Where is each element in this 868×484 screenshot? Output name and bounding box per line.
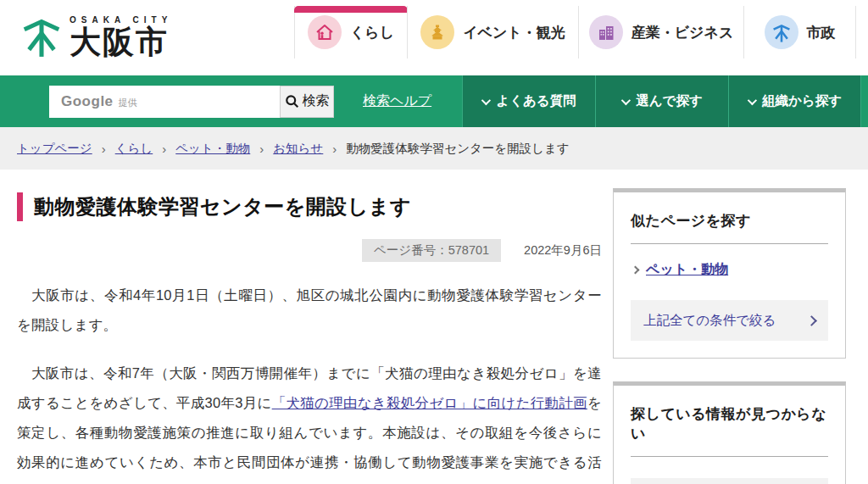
- tab-label: イベント・観光: [463, 23, 565, 42]
- buildings-icon: [589, 15, 623, 49]
- tab-event-tourism[interactable]: イベント・観光: [407, 6, 578, 58]
- menu-label: 組織から探す: [762, 92, 842, 110]
- similar-pages-box: 似たページを探す ペット・動物 上記全ての条件で絞る: [613, 188, 846, 359]
- breadcrumb: トップページ › くらし › ペット・動物 › お知らせ › 動物愛護体験学習セ…: [0, 127, 868, 170]
- tab-city-government[interactable]: 市政: [743, 6, 856, 58]
- search-input[interactable]: Google 提供: [49, 86, 280, 118]
- page: OSAKA CITY 大阪市 くらし: [0, 0, 868, 484]
- chevron-right-icon: [632, 266, 640, 275]
- chevron-down-icon: [748, 95, 757, 104]
- paragraph-1: 大阪市は、令和4年10月1日（土曜日）、旭区の城北公園内に動物愛護体験学習センタ…: [17, 281, 602, 340]
- active-tab-indicator: [294, 6, 408, 13]
- breadcrumb-link-kurashi[interactable]: くらし: [115, 141, 153, 157]
- magnifier-icon: [285, 94, 299, 108]
- title-accent-bar: [17, 192, 23, 221]
- divider: [631, 456, 828, 457]
- logo-text-en: OSAKA CITY: [70, 15, 172, 25]
- info-not-found-box: 探している情報が見つからない 情報が見つからないときは: [613, 381, 846, 484]
- breadcrumb-separator: ›: [332, 142, 337, 156]
- search-button-label: 検索: [303, 92, 330, 110]
- search-bar: Google 提供 検索 検索ヘルプ よくある質問 選んで探す 組織から探す: [0, 75, 868, 127]
- breadcrumb-link-news[interactable]: お知らせ: [273, 141, 323, 157]
- tab-label: くらし: [350, 23, 394, 42]
- article-body: 大阪市は、令和4年10月1日（土曜日）、旭区の城北公園内に動物愛護体験学習センタ…: [17, 281, 602, 484]
- tab-label: 産業・ビジネス: [632, 23, 734, 42]
- similar-pages-heading: 似たページを探す: [631, 211, 828, 231]
- breadcrumb-link-pets[interactable]: ペット・動物: [175, 141, 250, 157]
- tab-industry-business[interactable]: 産業・ビジネス: [578, 6, 743, 58]
- info-not-found-button[interactable]: 情報が見つからないときは: [631, 478, 828, 484]
- tab-label: 市政: [807, 23, 836, 42]
- article: 動物愛護体験学習センターを開設します ページ番号：578701 2022年9月6…: [17, 170, 602, 484]
- chevron-down-icon: [481, 95, 491, 104]
- menu-label: 選んで探す: [636, 92, 703, 110]
- google-provided-text: 提供: [119, 97, 137, 109]
- google-logo-text: Google: [61, 93, 114, 110]
- breadcrumb-link-home[interactable]: トップページ: [17, 141, 92, 157]
- logo-text-ja: 大阪市: [70, 26, 172, 58]
- article-date: 2022年9月6日: [524, 242, 602, 259]
- article-meta: ページ番号：578701 2022年9月6日: [17, 239, 602, 262]
- site-header: OSAKA CITY 大阪市 くらし: [0, 0, 868, 75]
- search-button[interactable]: 検索: [280, 86, 334, 118]
- house-icon: [308, 15, 342, 49]
- paragraph-2: 大阪市は、令和7年（大阪・関西万博開催年）までに「犬猫の理由なき殺処分ゼロ」を達…: [17, 359, 602, 484]
- page-number-badge: ページ番号：578701: [362, 239, 501, 262]
- breadcrumb-current: 動物愛護体験学習センターを開設します: [346, 141, 569, 157]
- chevron-down-icon: [621, 95, 631, 104]
- sidebar: 似たページを探す ペット・動物 上記全ての条件で絞る 探している情報が見つからな…: [613, 170, 846, 484]
- miotsukushi-mark-icon: [22, 15, 61, 58]
- menu-organization[interactable]: 組織から探す: [728, 75, 861, 127]
- action-plan-link[interactable]: 「犬猫の理由なき殺処分ゼロ」に向けた行動計画: [272, 395, 587, 410]
- breadcrumb-separator: ›: [162, 142, 166, 156]
- sidebar-link-pets[interactable]: ペット・動物: [646, 261, 728, 279]
- castle-icon: [420, 15, 454, 49]
- header-menu-group: よくある質問 選んで探す 組織から探す: [462, 75, 861, 127]
- breadcrumb-separator: ›: [259, 142, 264, 156]
- page-title: 動物愛護体験学習センターを開設します: [34, 193, 411, 220]
- osaka-city-logo[interactable]: OSAKA CITY 大阪市: [22, 15, 172, 58]
- menu-browse[interactable]: 選んで探す: [595, 75, 728, 127]
- info-not-found-heading: 探している情報が見つからない: [631, 404, 828, 443]
- menu-label: よくある質問: [496, 92, 576, 110]
- tab-kurashi[interactable]: くらし: [294, 6, 407, 58]
- category-tabs: くらし イベント・観光: [294, 6, 856, 58]
- menu-faq[interactable]: よくある質問: [462, 75, 595, 127]
- chevron-right-icon: [806, 315, 817, 326]
- divider: [631, 243, 828, 244]
- search-help-link[interactable]: 検索ヘルプ: [363, 92, 431, 110]
- filter-all-conditions-button[interactable]: 上記全ての条件で絞る: [631, 300, 828, 341]
- breadcrumb-separator: ›: [102, 142, 106, 156]
- button-label: 上記全ての条件で絞る: [643, 312, 776, 330]
- city-mark-icon: [765, 15, 798, 49]
- content-area: 動物愛護体験学習センターを開設します ページ番号：578701 2022年9月6…: [0, 170, 868, 484]
